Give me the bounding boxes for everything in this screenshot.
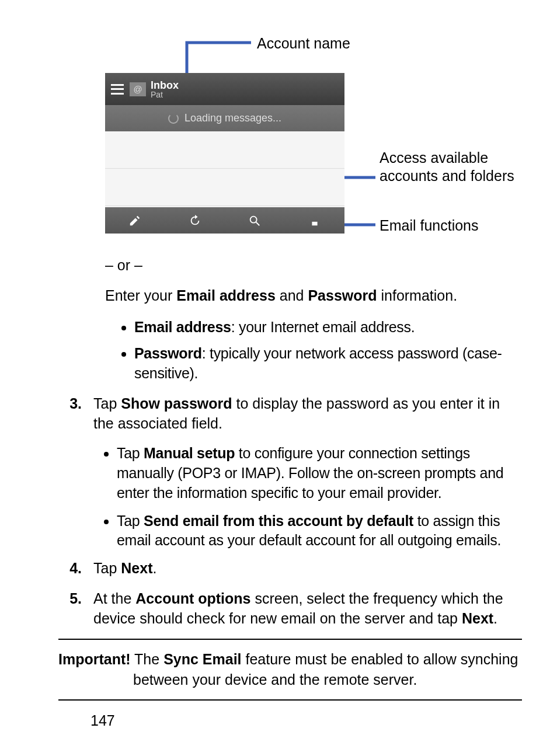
step-number: 3. [58,394,93,434]
list-item: Tap Send email from this account by defa… [117,511,522,551]
bold-account-options: Account options [135,590,250,607]
text: At the [93,590,135,607]
svg-point-1 [250,216,257,222]
loading-bar: Loading messages... [105,105,344,131]
text: Tap [93,560,121,576]
bold-password: Password [308,287,377,304]
enter-instruction: Enter your Email address and Password in… [105,286,522,306]
step-5: 5. At the Account options screen, select… [58,589,522,629]
bold-manual-setup: Manual setup [144,445,235,461]
step-body: Tap Next. [93,559,522,579]
refresh-icon [189,214,201,227]
phone-ui-mock: @ Inbox Pat Loading messages... [105,73,344,234]
bold-sync-email: Sync Email [163,651,241,667]
text: feature must be enabled to allow synchin… [242,651,518,667]
at-icon: @ [130,82,146,96]
list-item: Tap Manual setup to configure your conne… [117,444,522,503]
ui-body [105,131,344,207]
list-item: Password: typically your network access … [134,344,522,384]
text: Tap [93,395,121,412]
step-3-sub: Tap Manual setup to configure your conne… [93,444,522,551]
text: . [152,560,156,576]
bold-email-address: Email address [176,287,276,304]
text: Tap [117,445,144,461]
document-content: – or – Enter your Email address and Pass… [58,256,522,731]
important-label: Important! [58,651,131,667]
ui-header: @ Inbox Pat [105,73,344,105]
text: Tap [117,513,144,529]
important-block: Important! The Sync Email feature must b… [58,649,522,690]
bold-text: Email address [134,319,231,335]
step-3: 3. Tap Show password to display the pass… [58,394,522,434]
ui-footer [105,207,344,234]
text: The [131,651,164,667]
step-body: At the Account options screen, select th… [93,589,522,629]
callout-access-accounts: Access available accounts and folders [380,149,525,186]
ui-row [105,131,344,169]
bold-next: Next [121,560,152,576]
page-number: 147 [90,711,522,731]
text: : your Internet email address. [231,319,415,335]
more-icon [308,214,321,227]
divider [58,639,522,640]
step-number: 5. [58,589,93,629]
menu-icon [111,84,124,95]
callout-account-name: Account name [257,35,350,52]
loading-text: Loading messages... [184,112,281,124]
bold-text: Password [134,345,202,361]
spinner-icon [168,113,179,124]
important-line2: between your device and the remote serve… [58,670,522,690]
list-item: Email address: your Internet email addre… [134,318,522,337]
svg-line-2 [256,222,260,225]
step-4: 4. Tap Next. [58,559,522,579]
search-icon [248,214,261,227]
step-body: Tap Show password to display the passwor… [93,394,522,434]
figure-with-callouts: Account name Access available accounts a… [105,35,557,251]
ui-row [105,169,344,206]
bold-next: Next [462,610,493,626]
text: and [276,287,308,304]
text: Enter your [105,287,176,304]
credential-bullets: Email address: your Internet email addre… [123,318,522,384]
bold-show-password: Show password [121,395,232,412]
compose-icon [128,214,141,227]
divider [58,699,522,701]
text: information. [377,287,458,304]
inbox-label: Inbox [151,80,179,90]
step-number: 4. [58,559,93,579]
callout-email-functions: Email functions [380,217,479,234]
svg-rect-3 [312,221,317,225]
or-text: – or – [105,256,522,276]
bold-default-account: Send email from this account by default [144,513,413,529]
text: . [493,610,497,626]
account-sub-label: Pat [151,90,179,99]
